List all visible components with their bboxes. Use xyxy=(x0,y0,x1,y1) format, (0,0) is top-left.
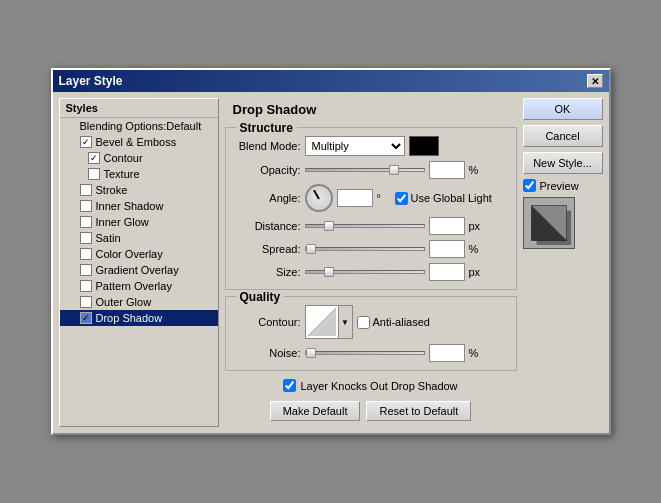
dialog-title: Layer Style xyxy=(59,74,123,88)
noise-thumb[interactable] xyxy=(306,348,316,358)
inner-shadow-label: Inner Shadow xyxy=(96,200,164,212)
contour-checkbox[interactable] xyxy=(88,152,100,164)
sidebar-item-texture[interactable]: Texture xyxy=(60,166,218,182)
texture-checkbox[interactable] xyxy=(88,168,100,180)
stroke-checkbox[interactable] xyxy=(80,184,92,196)
distance-row: Distance: 5 px xyxy=(236,217,506,235)
sidebar-item-bevel[interactable]: Bevel & Emboss xyxy=(60,134,218,150)
gradient-overlay-checkbox[interactable] xyxy=(80,264,92,276)
opacity-unit: % xyxy=(469,164,483,176)
anti-aliased-text: Anti-aliased xyxy=(373,316,430,328)
quality-title: Quality xyxy=(236,290,285,304)
cancel-button[interactable]: Cancel xyxy=(523,125,603,147)
opacity-input[interactable]: 75 xyxy=(429,161,465,179)
contour-dropdown-btn[interactable]: ▼ xyxy=(339,305,353,339)
anti-aliased-checkbox[interactable] xyxy=(357,316,370,329)
satin-checkbox[interactable] xyxy=(80,232,92,244)
preview-label: Preview xyxy=(540,180,579,192)
distance-thumb[interactable] xyxy=(324,221,334,231)
structure-title: Structure xyxy=(236,121,297,135)
blending-options-label: Blending Options:Default xyxy=(80,120,202,132)
layer-knocks-checkbox[interactable] xyxy=(283,379,296,392)
global-light-text: Use Global Light xyxy=(411,192,492,204)
sidebar-item-inner-glow[interactable]: Inner Glow xyxy=(60,214,218,230)
size-slider[interactable] xyxy=(305,270,425,274)
size-row: Size: 5 px xyxy=(236,263,506,281)
make-default-button[interactable]: Make Default xyxy=(270,401,361,421)
noise-input[interactable]: 0 xyxy=(429,344,465,362)
ok-button[interactable]: OK xyxy=(523,98,603,120)
outer-glow-label: Outer Glow xyxy=(96,296,152,308)
sidebar-item-gradient-overlay[interactable]: Gradient Overlay xyxy=(60,262,218,278)
distance-label: Distance: xyxy=(236,220,301,232)
angle-unit: ° xyxy=(377,192,391,204)
layer-knocks-label[interactable]: Layer Knocks Out Drop Shadow xyxy=(225,379,517,392)
preview-row[interactable]: Preview xyxy=(523,179,603,192)
shadow-color-swatch[interactable] xyxy=(409,136,439,156)
title-bar: Layer Style ✕ xyxy=(53,70,609,92)
sidebar-item-drop-shadow[interactable]: Drop Shadow xyxy=(60,310,218,326)
contour-label: Contour: xyxy=(236,316,301,328)
anti-aliased-label[interactable]: Anti-aliased xyxy=(357,316,430,329)
distance-input[interactable]: 5 xyxy=(429,217,465,235)
stroke-label: Stroke xyxy=(96,184,128,196)
bevel-checkbox[interactable] xyxy=(80,136,92,148)
opacity-label: Opacity: xyxy=(236,164,301,176)
preview-checkbox[interactable] xyxy=(523,179,536,192)
color-overlay-checkbox[interactable] xyxy=(80,248,92,260)
size-label: Size: xyxy=(236,266,301,278)
spread-thumb[interactable] xyxy=(306,244,316,254)
outer-glow-checkbox[interactable] xyxy=(80,296,92,308)
new-style-button[interactable]: New Style... xyxy=(523,152,603,174)
angle-input[interactable]: 120 xyxy=(337,189,373,207)
sidebar-item-stroke[interactable]: Stroke xyxy=(60,182,218,198)
layer-style-dialog: Layer Style ✕ Styles Blending Options:De… xyxy=(51,68,611,435)
size-thumb[interactable] xyxy=(324,267,334,277)
blend-mode-label: Blend Mode: xyxy=(236,140,301,152)
sidebar-item-color-overlay[interactable]: Color Overlay xyxy=(60,246,218,262)
sidebar-item-contour[interactable]: Contour xyxy=(60,150,218,166)
satin-label: Satin xyxy=(96,232,121,244)
spread-slider[interactable] xyxy=(305,247,425,251)
opacity-slider[interactable] xyxy=(305,168,425,172)
noise-row: Noise: 0 % xyxy=(236,344,506,362)
global-light-label[interactable]: Use Global Light xyxy=(395,192,492,205)
spread-input[interactable]: 0 xyxy=(429,240,465,258)
inner-glow-label: Inner Glow xyxy=(96,216,149,228)
bottom-options: Layer Knocks Out Drop Shadow Make Defaul… xyxy=(225,377,517,427)
noise-label: Noise: xyxy=(236,347,301,359)
sidebar-item-pattern-overlay[interactable]: Pattern Overlay xyxy=(60,278,218,294)
contour-preview[interactable] xyxy=(305,305,339,339)
reset-default-button[interactable]: Reset to Default xyxy=(366,401,471,421)
noise-slider[interactable] xyxy=(305,351,425,355)
preview-thumbnail xyxy=(523,197,575,249)
inner-glow-checkbox[interactable] xyxy=(80,216,92,228)
inner-shadow-checkbox[interactable] xyxy=(80,200,92,212)
styles-title: Styles xyxy=(60,99,218,118)
gradient-overlay-label: Gradient Overlay xyxy=(96,264,179,276)
spread-row: Spread: 0 % xyxy=(236,240,506,258)
close-button[interactable]: ✕ xyxy=(587,74,603,88)
size-input[interactable]: 5 xyxy=(429,263,465,281)
angle-label: Angle: xyxy=(236,192,301,204)
opacity-thumb[interactable] xyxy=(389,165,399,175)
sidebar-item-inner-shadow[interactable]: Inner Shadow xyxy=(60,198,218,214)
drop-shadow-checkbox[interactable] xyxy=(80,312,92,324)
distance-slider[interactable] xyxy=(305,224,425,228)
blending-options-item[interactable]: Blending Options:Default xyxy=(60,118,218,134)
pattern-overlay-checkbox[interactable] xyxy=(80,280,92,292)
noise-unit: % xyxy=(469,347,483,359)
contour-dropdown[interactable]: ▼ xyxy=(305,305,353,339)
contour-row: Contour: ▼ Anti-aliased xyxy=(236,305,506,339)
opacity-row: Opacity: 75 % xyxy=(236,161,506,179)
sidebar-item-outer-glow[interactable]: Outer Glow xyxy=(60,294,218,310)
section-main-title: Drop Shadow xyxy=(225,98,517,121)
sidebar-item-satin[interactable]: Satin xyxy=(60,230,218,246)
global-light-checkbox[interactable] xyxy=(395,192,408,205)
blend-mode-select[interactable]: Multiply xyxy=(305,136,405,156)
angle-dial[interactable] xyxy=(305,184,333,212)
drop-shadow-label: Drop Shadow xyxy=(96,312,163,324)
dialog-body: Styles Blending Options:Default Bevel & … xyxy=(53,92,609,433)
distance-unit: px xyxy=(469,220,483,232)
spread-unit: % xyxy=(469,243,483,255)
